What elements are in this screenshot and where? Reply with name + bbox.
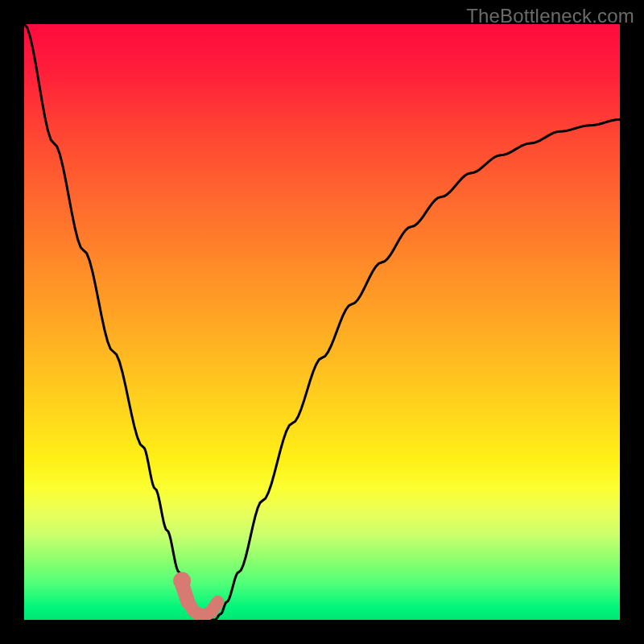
bottleneck-curve bbox=[24, 24, 620, 620]
chart-frame: TheBottleneck.com bbox=[0, 0, 644, 644]
highlight-right bbox=[212, 602, 217, 611]
highlight-dot bbox=[173, 572, 191, 590]
curve-svg bbox=[24, 24, 620, 620]
plot-area bbox=[24, 24, 620, 620]
